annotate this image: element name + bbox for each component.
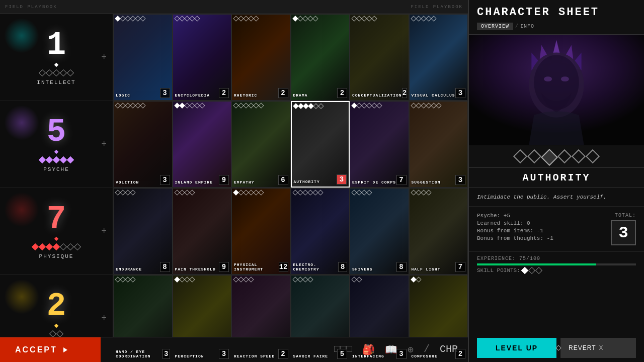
skill-name: PHYSICAL INSTRUMENT [234, 262, 279, 272]
skill-name: SAVOIR FAIRE [293, 354, 329, 359]
skill-name: CONCEPTUALIZATION [352, 93, 402, 98]
skill-diamonds [116, 17, 170, 21]
skill-value: 8 [396, 262, 407, 272]
skill-value: 5 [337, 349, 347, 359]
skill-diamonds [352, 104, 407, 108]
skill-card-empathy[interactable]: EMPATHY 6 [231, 101, 291, 188]
diamond-4 [253, 16, 259, 21]
char-tabs: OVERVIEW / INFO [477, 23, 636, 30]
motorics-dots [50, 331, 62, 336]
skill-name: HAND / EYE COORDINATION [116, 349, 163, 359]
skill-diamonds [175, 191, 229, 195]
skill-card-reaction-speed[interactable]: REACTION SPEED 2 [231, 275, 291, 361]
skill-name: EMPATHY [234, 180, 255, 185]
sp-diamond-2 [528, 267, 535, 274]
stat-row-physique: 7 PHYSIQUE + [0, 188, 468, 275]
skill-card-visual-calculus[interactable]: VISUAL CALCULUS 3 [409, 14, 468, 101]
intellect-dot-1 [39, 69, 46, 76]
diamond-5 [140, 16, 145, 21]
psyche-dot-1 [39, 156, 46, 163]
skill-value: 9 [219, 175, 229, 185]
intellect-name: INTELLECT [37, 79, 75, 85]
skill-card-logic[interactable]: LOGIC 3 [113, 14, 173, 101]
skill-name: INLAND EMPIRE [175, 180, 213, 185]
level-up-button[interactable]: LEVEL UP [477, 338, 556, 358]
skill-diamonds [234, 191, 288, 195]
skill-card-half-light[interactable]: HALF LIGHT 7 [409, 188, 468, 275]
skill-card-shivers[interactable]: SHIVERS 8 [350, 188, 409, 275]
skill-card-hand-/-eye-coordination[interactable]: HAND / EYE COORDINATION 3 [113, 275, 173, 361]
motorics-value: 2 [47, 290, 66, 322]
skill-value: 3 [160, 175, 170, 185]
accept-button[interactable]: ACCEPT [0, 337, 101, 363]
skill-card-inland-empire[interactable]: INLAND EMPIRE 9 [173, 101, 232, 188]
skill-card-composure[interactable]: COMPOSURE 2 [409, 275, 468, 361]
physique-skills: ENDURANCE 8 PAIN THRESHOLD 9 [113, 188, 468, 275]
skill-card-conceptualization[interactable]: CONCEPTUALIZATION 2 [350, 14, 409, 101]
psyche-skills: VOLITION 3 INLAND EMPIRE 9 E [113, 101, 468, 188]
skill-name: SHIVERS [352, 267, 373, 272]
char-exp: EXPERIENCE: 75/100 SKILL POINTS: [469, 251, 644, 278]
skill-value: 8 [160, 262, 170, 272]
char-diamond-4 [557, 149, 572, 163]
skill-diamonds [234, 104, 288, 108]
skill-diamonds [293, 278, 348, 282]
skill-card-physical-instrument[interactable]: PHYSICAL INSTRUMENT 12 [231, 188, 291, 275]
diamond-5 [140, 103, 145, 108]
skill-card-endurance[interactable]: ENDURANCE 8 [113, 188, 173, 275]
char-stats-left: Psyche: +5 Learned skill: 0 Bonus from i… [477, 213, 611, 243]
intellect-plus[interactable]: + [101, 52, 107, 62]
skill-card-savoir-faire[interactable]: SAVOIR FAIRE 5 [291, 275, 350, 361]
skill-value: 3 [160, 88, 170, 98]
skill-card-esprit-de-corps[interactable]: ESPRIT DE CORPS 7 [350, 101, 409, 188]
skill-card-electro--chemistry[interactable]: ELECTRO- CHEMISTRY 8 [291, 188, 350, 275]
skill-name: COMPOSURE [412, 354, 438, 359]
skill-card-volition[interactable]: VOLITION 3 [113, 101, 173, 188]
skill-card-interfacing[interactable]: INTERFACING 3 [350, 275, 409, 361]
skill-value: 3 [455, 175, 465, 185]
diamond-1 [356, 277, 362, 282]
skill-card-pain-threshold[interactable]: PAIN THRESHOLD 9 [173, 188, 232, 275]
stat-label-psyche: 5 PSYCHE + [0, 101, 113, 188]
skill-value: 3 [455, 88, 465, 98]
skill-card-drama[interactable]: DRAMA 2 [291, 14, 350, 101]
skill-card-perception[interactable]: PERCEPTION 3 [173, 275, 232, 361]
revert-button[interactable]: REVERT X [560, 338, 636, 358]
char-diamond-2 [527, 149, 541, 163]
physique-name: PHYSIQUE [39, 253, 74, 259]
skill-card-encyclopedia[interactable]: ENCYCLOPEDIA 2 [173, 14, 232, 101]
skill-diamonds [293, 191, 348, 195]
char-diamond-5 [572, 149, 586, 163]
skill-card-rhetoric[interactable]: RHETORIC 2 [231, 14, 291, 101]
intellect-dot-5 [67, 69, 74, 76]
skill-name: SUGGESTION [412, 180, 441, 185]
physique-dot-5 [60, 243, 67, 250]
physique-dot-2 [39, 243, 46, 250]
physique-dots [33, 244, 80, 249]
psyche-plus[interactable]: + [101, 139, 107, 149]
char-diamonds-row [469, 145, 644, 168]
skill-value: 7 [455, 262, 465, 272]
main-container: FIELD PLAYBOOK FIELD PLAYBOOK 1 [0, 0, 644, 362]
skill-card-suggestion[interactable]: SUGGESTION 3 [409, 101, 468, 188]
sp-diamond-1 [521, 267, 528, 274]
level-up-label: LEVEL UP [496, 344, 538, 352]
skill-diamonds [412, 104, 466, 108]
diamond-3 [366, 190, 372, 195]
skill-card-authority[interactable]: AUTHORITY 3 [291, 101, 350, 188]
physique-value: 7 [47, 203, 66, 235]
motorics-dot-1 [49, 330, 56, 337]
intellect-value: 1 [47, 29, 66, 61]
tab-overview[interactable]: OVERVIEW [477, 23, 513, 30]
skill-name: VOLITION [116, 180, 139, 185]
physique-plus[interactable]: + [101, 226, 107, 236]
skill-value: 6 [278, 175, 288, 185]
char-diamond-1 [513, 149, 527, 163]
diamond-4 [371, 16, 377, 21]
skill-diamonds [116, 278, 170, 282]
top-bar: FIELD PLAYBOOK FIELD PLAYBOOK [0, 0, 468, 14]
psyche-dot-4 [60, 156, 67, 163]
motorics-plus[interactable]: + [101, 313, 107, 323]
tab-info[interactable]: INFO [520, 23, 534, 30]
skill-diamonds [234, 17, 288, 21]
